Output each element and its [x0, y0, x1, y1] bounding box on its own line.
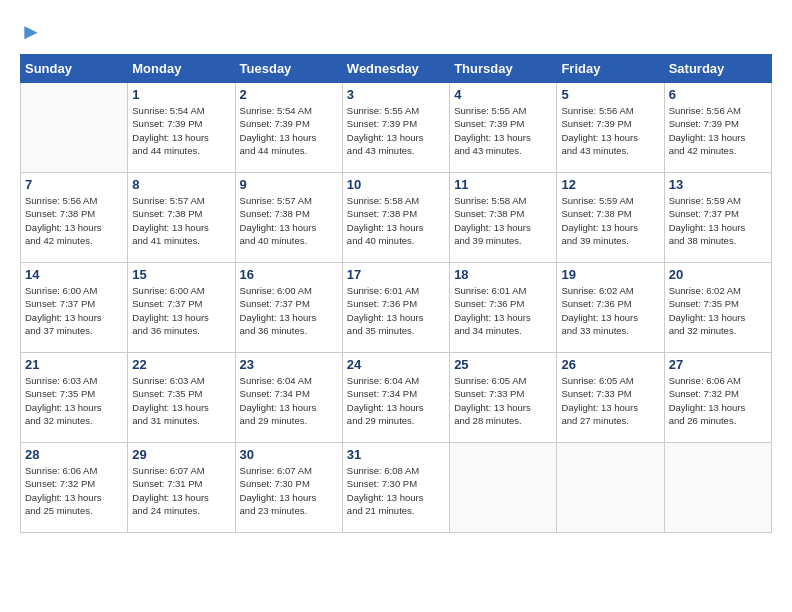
day-info: Sunrise: 6:03 AM Sunset: 7:35 PM Dayligh…: [25, 374, 123, 427]
day-number: 10: [347, 177, 445, 192]
day-number: 14: [25, 267, 123, 282]
calendar-cell: 4Sunrise: 5:55 AM Sunset: 7:39 PM Daylig…: [450, 83, 557, 173]
day-number: 7: [25, 177, 123, 192]
day-number: 19: [561, 267, 659, 282]
day-number: 26: [561, 357, 659, 372]
day-number: 21: [25, 357, 123, 372]
calendar-cell: 20Sunrise: 6:02 AM Sunset: 7:35 PM Dayli…: [664, 263, 771, 353]
calendar-cell: 13Sunrise: 5:59 AM Sunset: 7:37 PM Dayli…: [664, 173, 771, 263]
day-number: 22: [132, 357, 230, 372]
day-number: 6: [669, 87, 767, 102]
day-info: Sunrise: 6:05 AM Sunset: 7:33 PM Dayligh…: [561, 374, 659, 427]
calendar-cell: 19Sunrise: 6:02 AM Sunset: 7:36 PM Dayli…: [557, 263, 664, 353]
day-number: 11: [454, 177, 552, 192]
day-info: Sunrise: 5:58 AM Sunset: 7:38 PM Dayligh…: [454, 194, 552, 247]
day-info: Sunrise: 5:59 AM Sunset: 7:37 PM Dayligh…: [669, 194, 767, 247]
calendar-cell: 1Sunrise: 5:54 AM Sunset: 7:39 PM Daylig…: [128, 83, 235, 173]
day-info: Sunrise: 5:56 AM Sunset: 7:39 PM Dayligh…: [669, 104, 767, 157]
day-info: Sunrise: 5:56 AM Sunset: 7:39 PM Dayligh…: [561, 104, 659, 157]
day-info: Sunrise: 5:54 AM Sunset: 7:39 PM Dayligh…: [132, 104, 230, 157]
calendar-cell: 21Sunrise: 6:03 AM Sunset: 7:35 PM Dayli…: [21, 353, 128, 443]
week-row-1: 1Sunrise: 5:54 AM Sunset: 7:39 PM Daylig…: [21, 83, 772, 173]
day-info: Sunrise: 5:59 AM Sunset: 7:38 PM Dayligh…: [561, 194, 659, 247]
weekday-header-thursday: Thursday: [450, 55, 557, 83]
calendar-cell: 12Sunrise: 5:59 AM Sunset: 7:38 PM Dayli…: [557, 173, 664, 263]
day-info: Sunrise: 6:02 AM Sunset: 7:35 PM Dayligh…: [669, 284, 767, 337]
calendar-cell: 18Sunrise: 6:01 AM Sunset: 7:36 PM Dayli…: [450, 263, 557, 353]
day-number: 5: [561, 87, 659, 102]
calendar-cell: 5Sunrise: 5:56 AM Sunset: 7:39 PM Daylig…: [557, 83, 664, 173]
day-info: Sunrise: 6:04 AM Sunset: 7:34 PM Dayligh…: [347, 374, 445, 427]
day-number: 2: [240, 87, 338, 102]
day-info: Sunrise: 6:04 AM Sunset: 7:34 PM Dayligh…: [240, 374, 338, 427]
calendar-cell: 26Sunrise: 6:05 AM Sunset: 7:33 PM Dayli…: [557, 353, 664, 443]
day-info: Sunrise: 6:01 AM Sunset: 7:36 PM Dayligh…: [347, 284, 445, 337]
calendar-cell: 22Sunrise: 6:03 AM Sunset: 7:35 PM Dayli…: [128, 353, 235, 443]
calendar-cell: 14Sunrise: 6:00 AM Sunset: 7:37 PM Dayli…: [21, 263, 128, 353]
week-row-5: 28Sunrise: 6:06 AM Sunset: 7:32 PM Dayli…: [21, 443, 772, 533]
day-number: 4: [454, 87, 552, 102]
weekday-header-tuesday: Tuesday: [235, 55, 342, 83]
day-info: Sunrise: 5:54 AM Sunset: 7:39 PM Dayligh…: [240, 104, 338, 157]
day-info: Sunrise: 6:00 AM Sunset: 7:37 PM Dayligh…: [25, 284, 123, 337]
day-info: Sunrise: 6:07 AM Sunset: 7:30 PM Dayligh…: [240, 464, 338, 517]
calendar-cell: 9Sunrise: 5:57 AM Sunset: 7:38 PM Daylig…: [235, 173, 342, 263]
calendar-cell: 28Sunrise: 6:06 AM Sunset: 7:32 PM Dayli…: [21, 443, 128, 533]
calendar-cell: 3Sunrise: 5:55 AM Sunset: 7:39 PM Daylig…: [342, 83, 449, 173]
weekday-header-friday: Friday: [557, 55, 664, 83]
weekday-header-row: SundayMondayTuesdayWednesdayThursdayFrid…: [21, 55, 772, 83]
day-number: 29: [132, 447, 230, 462]
day-info: Sunrise: 6:06 AM Sunset: 7:32 PM Dayligh…: [669, 374, 767, 427]
calendar-cell: [557, 443, 664, 533]
calendar-cell: 17Sunrise: 6:01 AM Sunset: 7:36 PM Dayli…: [342, 263, 449, 353]
day-info: Sunrise: 5:55 AM Sunset: 7:39 PM Dayligh…: [454, 104, 552, 157]
calendar-cell: 11Sunrise: 5:58 AM Sunset: 7:38 PM Dayli…: [450, 173, 557, 263]
logo: ►: [20, 20, 42, 44]
day-info: Sunrise: 6:06 AM Sunset: 7:32 PM Dayligh…: [25, 464, 123, 517]
calendar-cell: 24Sunrise: 6:04 AM Sunset: 7:34 PM Dayli…: [342, 353, 449, 443]
week-row-2: 7Sunrise: 5:56 AM Sunset: 7:38 PM Daylig…: [21, 173, 772, 263]
calendar-cell: 10Sunrise: 5:58 AM Sunset: 7:38 PM Dayli…: [342, 173, 449, 263]
day-info: Sunrise: 6:05 AM Sunset: 7:33 PM Dayligh…: [454, 374, 552, 427]
calendar-cell: 27Sunrise: 6:06 AM Sunset: 7:32 PM Dayli…: [664, 353, 771, 443]
weekday-header-sunday: Sunday: [21, 55, 128, 83]
calendar-cell: 2Sunrise: 5:54 AM Sunset: 7:39 PM Daylig…: [235, 83, 342, 173]
day-number: 23: [240, 357, 338, 372]
day-number: 16: [240, 267, 338, 282]
calendar-cell: [21, 83, 128, 173]
calendar-cell: [664, 443, 771, 533]
week-row-4: 21Sunrise: 6:03 AM Sunset: 7:35 PM Dayli…: [21, 353, 772, 443]
day-number: 30: [240, 447, 338, 462]
day-info: Sunrise: 5:58 AM Sunset: 7:38 PM Dayligh…: [347, 194, 445, 247]
calendar-cell: 29Sunrise: 6:07 AM Sunset: 7:31 PM Dayli…: [128, 443, 235, 533]
day-number: 27: [669, 357, 767, 372]
weekday-header-monday: Monday: [128, 55, 235, 83]
day-info: Sunrise: 6:02 AM Sunset: 7:36 PM Dayligh…: [561, 284, 659, 337]
logo-text: ►: [20, 20, 42, 44]
weekday-header-saturday: Saturday: [664, 55, 771, 83]
day-number: 12: [561, 177, 659, 192]
day-number: 8: [132, 177, 230, 192]
day-info: Sunrise: 6:00 AM Sunset: 7:37 PM Dayligh…: [240, 284, 338, 337]
day-number: 18: [454, 267, 552, 282]
day-number: 1: [132, 87, 230, 102]
day-number: 25: [454, 357, 552, 372]
day-info: Sunrise: 5:56 AM Sunset: 7:38 PM Dayligh…: [25, 194, 123, 247]
weekday-header-wednesday: Wednesday: [342, 55, 449, 83]
calendar-cell: 31Sunrise: 6:08 AM Sunset: 7:30 PM Dayli…: [342, 443, 449, 533]
calendar-cell: 30Sunrise: 6:07 AM Sunset: 7:30 PM Dayli…: [235, 443, 342, 533]
day-info: Sunrise: 5:57 AM Sunset: 7:38 PM Dayligh…: [132, 194, 230, 247]
calendar-cell: 8Sunrise: 5:57 AM Sunset: 7:38 PM Daylig…: [128, 173, 235, 263]
calendar-cell: 15Sunrise: 6:00 AM Sunset: 7:37 PM Dayli…: [128, 263, 235, 353]
calendar-cell: 16Sunrise: 6:00 AM Sunset: 7:37 PM Dayli…: [235, 263, 342, 353]
week-row-3: 14Sunrise: 6:00 AM Sunset: 7:37 PM Dayli…: [21, 263, 772, 353]
calendar-table: SundayMondayTuesdayWednesdayThursdayFrid…: [20, 54, 772, 533]
day-number: 20: [669, 267, 767, 282]
day-info: Sunrise: 5:55 AM Sunset: 7:39 PM Dayligh…: [347, 104, 445, 157]
calendar-cell: 23Sunrise: 6:04 AM Sunset: 7:34 PM Dayli…: [235, 353, 342, 443]
day-number: 28: [25, 447, 123, 462]
calendar-cell: 6Sunrise: 5:56 AM Sunset: 7:39 PM Daylig…: [664, 83, 771, 173]
day-number: 15: [132, 267, 230, 282]
day-info: Sunrise: 6:00 AM Sunset: 7:37 PM Dayligh…: [132, 284, 230, 337]
day-number: 31: [347, 447, 445, 462]
